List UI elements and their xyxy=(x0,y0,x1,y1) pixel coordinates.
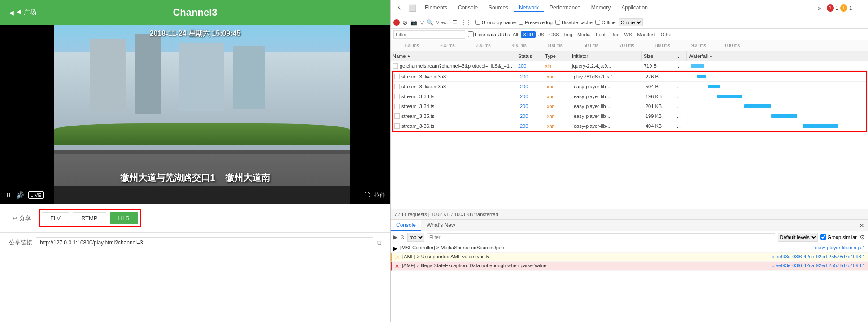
group-by-frame-checkbox[interactable]: Group by frame xyxy=(475,20,516,25)
record-button[interactable] xyxy=(393,19,400,26)
ftype-img[interactable]: Img xyxy=(562,31,575,38)
stop-button[interactable]: ⊘ xyxy=(402,19,408,26)
context-selector[interactable]: top xyxy=(407,233,424,242)
msg-link-0[interactable]: easy-player-lib.min.js:1 xyxy=(815,245,865,250)
msg-link-2[interactable]: cfeef93e-03f6-42ca-92ed-25578d7c4b93:1 xyxy=(772,263,865,268)
row-checkbox-3[interactable] xyxy=(394,94,400,99)
search-button[interactable]: 🔍 xyxy=(427,19,433,26)
ftype-doc[interactable]: Doc xyxy=(608,31,622,38)
console-exec-icon[interactable]: ▶ xyxy=(393,234,397,240)
offline-input[interactable] xyxy=(595,20,600,25)
row-checkbox-1[interactable] xyxy=(394,74,400,79)
msg-link-1[interactable]: cfeef93e-03f6-42ce-92ed-25578d7c4b93:1 xyxy=(772,254,865,259)
online-select[interactable]: Online xyxy=(619,18,643,26)
preserve-log-input[interactable] xyxy=(519,20,523,25)
fullscreen-button[interactable]: ⛶ xyxy=(364,192,370,198)
ftype-css[interactable]: CSS xyxy=(547,31,562,38)
col-name-label: Name xyxy=(393,53,406,59)
volume-button[interactable]: 🔊 xyxy=(16,191,24,199)
console-filter-input[interactable] xyxy=(427,233,775,241)
console-toolbar: ▶ ⊘ top Default levels Group similar ⚙ xyxy=(391,231,868,243)
filter-icon[interactable]: ▽ xyxy=(420,19,424,26)
cell-name-5: stream_3-35.ts xyxy=(393,111,518,121)
ftype-ws[interactable]: WS xyxy=(622,31,634,38)
table-row[interactable]: getchannelstream?channel=3&protocol=HLS&… xyxy=(391,61,868,71)
table-row[interactable]: stream_3-34.ts 200 xhr easy-player-lib-.… xyxy=(393,101,866,111)
devtools-menu-button[interactable]: ⋮ xyxy=(854,3,864,13)
console-message-2: ✕ [AMF] > IllegalStateException: Data no… xyxy=(391,262,868,271)
console-close-button[interactable]: ✕ xyxy=(855,222,868,229)
network-table: Name ▲ Status Type Initiator Size ... Wa… xyxy=(391,51,868,209)
url-input[interactable] xyxy=(36,237,373,248)
row-checkbox-6[interactable] xyxy=(394,123,400,129)
col-header-type[interactable]: Type xyxy=(543,51,570,61)
console-stop-icon[interactable]: ⊘ xyxy=(400,234,405,240)
col-header-initiator[interactable]: Initiator xyxy=(570,51,642,61)
cell-status-0: 200 xyxy=(516,61,543,70)
group-view-icon[interactable]: ⋮⋮ xyxy=(459,19,473,26)
disable-cache-input[interactable] xyxy=(555,20,560,25)
list-view-icon[interactable]: ☰ xyxy=(451,19,458,26)
back-button[interactable]: ◀ ◀ 广场 xyxy=(9,9,36,17)
ftype-font[interactable]: Font xyxy=(593,31,608,38)
gear-icon[interactable]: ⚙ xyxy=(859,234,865,241)
console-tab-whatsnew[interactable]: What's New xyxy=(421,220,461,231)
col-header-name[interactable]: Name ▲ xyxy=(391,51,516,61)
tick-600: 600 ms xyxy=(584,43,598,48)
console-tab-console[interactable]: Console xyxy=(391,220,421,231)
tab-performance[interactable]: Performance xyxy=(544,4,586,12)
stretch-button[interactable]: 拉伸 xyxy=(374,191,385,199)
waterfall-bar-0 xyxy=(691,64,704,68)
table-row[interactable]: stream_3_live.m3u8 200 xhr play.781d8b7f… xyxy=(393,72,866,82)
tab-memory[interactable]: Memory xyxy=(586,4,616,12)
col-header-status[interactable]: Status xyxy=(516,51,543,61)
cursor-icon[interactable]: ↖ xyxy=(394,3,405,13)
ftype-xhr[interactable]: XHR xyxy=(521,31,536,38)
ftype-media[interactable]: Media xyxy=(575,31,593,38)
preserve-log-checkbox[interactable]: Preserve log xyxy=(519,20,553,25)
group-similar-checkbox[interactable]: Group similar xyxy=(820,234,857,240)
filter-input[interactable] xyxy=(393,30,465,39)
tab-network[interactable]: Network xyxy=(514,4,544,12)
pause-button[interactable]: ⏸ xyxy=(5,191,12,199)
more-tabs-button[interactable]: » xyxy=(814,3,825,13)
offline-checkbox[interactable]: Offline xyxy=(595,20,616,25)
cell-type-1: xhr xyxy=(545,72,572,81)
left-panel: ◀ ◀ 广场 Channel3 2018-11-24 星期六 15:09:45 … xyxy=(0,0,390,322)
table-row[interactable]: stream_3-33.ts 200 xhr easy-player-lib-.… xyxy=(393,91,866,101)
ftype-other[interactable]: Other xyxy=(659,31,676,38)
disable-cache-checkbox[interactable]: Disable cache xyxy=(555,20,593,25)
col-header-size[interactable]: Size xyxy=(642,51,673,61)
cell-initiator-6: easy-player-lib-... xyxy=(572,121,644,131)
warn-badge: 1 xyxy=(840,4,847,12)
mobile-icon[interactable]: ⬜ xyxy=(407,3,418,13)
table-row[interactable]: stream_3_live.m3u8 200 xhr easy-player-l… xyxy=(393,82,866,91)
table-row[interactable]: stream_3-35.ts 200 xhr easy-player-lib-.… xyxy=(393,111,866,121)
row-checkbox-0[interactable] xyxy=(393,63,398,69)
tab-sources[interactable]: Sources xyxy=(483,4,514,12)
hls-button[interactable]: HLS xyxy=(110,212,138,224)
group-by-frame-input[interactable] xyxy=(475,20,480,25)
cell-status-3: 200 xyxy=(518,91,545,101)
tab-console[interactable]: Console xyxy=(453,4,483,12)
hide-data-checkbox[interactable]: Hide data URLs xyxy=(468,31,510,37)
col-header-waterfall[interactable]: Waterfall ▲ xyxy=(687,51,868,61)
error-badge: 1 xyxy=(827,4,834,12)
tab-application[interactable]: Application xyxy=(616,4,653,12)
cell-name-3: stream_3-33.ts xyxy=(393,91,518,101)
copy-button[interactable]: ⧉ xyxy=(377,239,381,247)
ftype-js[interactable]: JS xyxy=(536,31,546,38)
default-levels-select[interactable]: Default levels xyxy=(778,233,818,242)
flv-button[interactable]: FLV xyxy=(42,212,69,224)
camera-button[interactable]: 📷 xyxy=(410,19,417,26)
table-row[interactable]: stream_3-36.ts 200 xhr easy-player-lib-.… xyxy=(393,121,866,131)
cell-status-4: 200 xyxy=(518,101,545,111)
row-checkbox-5[interactable] xyxy=(394,113,400,119)
row-checkbox-4[interactable] xyxy=(394,104,400,109)
share-button[interactable]: ↩ 分享 xyxy=(9,213,35,224)
ftype-manifest[interactable]: Manifest xyxy=(635,31,658,38)
tab-elements[interactable]: Elements xyxy=(419,4,453,12)
row-checkbox-2[interactable] xyxy=(394,84,400,89)
rtmp-button[interactable]: RTMP xyxy=(73,212,106,224)
col-header-dots[interactable]: ... xyxy=(673,51,687,61)
